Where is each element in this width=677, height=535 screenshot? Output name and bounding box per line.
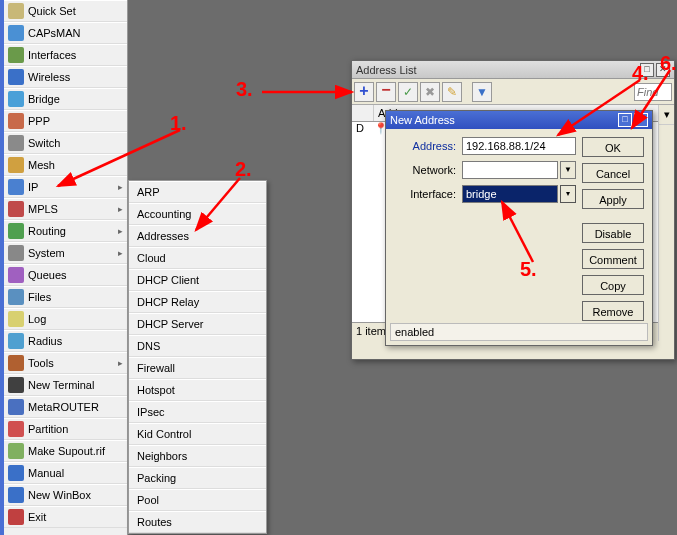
submenu-item-addresses[interactable]: Addresses xyxy=(129,225,266,247)
submenu-item-arp[interactable]: ARP xyxy=(129,181,266,203)
submenu-item-kid-control[interactable]: Kid Control xyxy=(129,423,266,445)
remove-button[interactable]: Remove xyxy=(582,301,644,321)
sidebar-item-manual[interactable]: Manual xyxy=(4,462,127,484)
submenu-arrow-icon: ▸ xyxy=(118,226,123,236)
minimize-icon[interactable]: □ xyxy=(640,63,654,77)
submenu-item-label: DHCP Relay xyxy=(137,296,199,308)
submenu-item-dhcp-client[interactable]: DHCP Client xyxy=(129,269,266,291)
sidebar-item-metarouter[interactable]: MetaROUTER xyxy=(4,396,127,418)
menu-icon xyxy=(8,421,24,437)
menu-icon xyxy=(8,179,24,195)
submenu-arrow-icon: ▸ xyxy=(118,358,123,368)
menu-icon xyxy=(8,91,24,107)
close-icon[interactable]: ✕ xyxy=(656,63,670,77)
submenu-item-label: DHCP Client xyxy=(137,274,199,286)
apply-button[interactable]: Apply xyxy=(582,189,644,209)
address-list-titlebar[interactable]: Address List □ ✕ xyxy=(352,61,674,79)
add-button[interactable]: + xyxy=(354,82,374,102)
submenu-item-ipsec[interactable]: IPsec xyxy=(129,401,266,423)
ip-submenu: ARPAccountingAddressesCloudDHCP ClientDH… xyxy=(128,180,267,534)
network-dropdown-icon[interactable]: ▼ xyxy=(560,161,576,179)
ok-button[interactable]: OK xyxy=(582,137,644,157)
find-input[interactable] xyxy=(634,83,672,101)
submenu-item-pool[interactable]: Pool xyxy=(129,489,266,511)
sidebar-item-exit[interactable]: Exit xyxy=(4,506,127,528)
minimize-icon[interactable]: □ xyxy=(618,113,632,127)
sidebar-item-new-terminal[interactable]: New Terminal xyxy=(4,374,127,396)
dropdown-arrow-icon[interactable]: ▾ xyxy=(659,105,674,125)
submenu-arrow-icon: ▸ xyxy=(118,204,123,214)
sidebar-item-files[interactable]: Files xyxy=(4,286,127,308)
remove-button[interactable]: − xyxy=(376,82,396,102)
sidebar-item-log[interactable]: Log xyxy=(4,308,127,330)
disable-button[interactable]: Disable xyxy=(582,223,644,243)
new-address-titlebar[interactable]: New Address □ ✕ xyxy=(386,111,652,129)
submenu-item-routes[interactable]: Routes xyxy=(129,511,266,533)
menu-icon xyxy=(8,289,24,305)
submenu-item-dns[interactable]: DNS xyxy=(129,335,266,357)
interface-dropdown-icon[interactable]: ▾ xyxy=(560,185,576,203)
submenu-item-label: DNS xyxy=(137,340,160,352)
sidebar-item-new-winbox[interactable]: New WinBox xyxy=(4,484,127,506)
sidebar-item-routing[interactable]: Routing▸ xyxy=(4,220,127,242)
menu-icon xyxy=(8,465,24,481)
sidebar-item-ppp[interactable]: PPP xyxy=(4,110,127,132)
menu-icon xyxy=(8,69,24,85)
enable-button[interactable]: ✓ xyxy=(398,82,418,102)
menu-icon xyxy=(8,201,24,217)
flag-col[interactable] xyxy=(352,105,374,121)
submenu-item-dhcp-relay[interactable]: DHCP Relay xyxy=(129,291,266,313)
sidebar-item-partition[interactable]: Partition xyxy=(4,418,127,440)
menu-icon xyxy=(8,509,24,525)
sidebar-item-radius[interactable]: Radius xyxy=(4,330,127,352)
sidebar-item-quick-set[interactable]: Quick Set xyxy=(4,0,127,22)
comment-button[interactable]: Comment xyxy=(582,249,644,269)
cancel-button[interactable]: Cancel xyxy=(582,163,644,183)
sidebar-item-queues[interactable]: Queues xyxy=(4,264,127,286)
sidebar-item-label: Wireless xyxy=(28,71,123,83)
main-sidebar: Quick SetCAPsMANInterfacesWirelessBridge… xyxy=(0,0,128,535)
comment-button[interactable]: ✎ xyxy=(442,82,462,102)
sidebar-item-make-supout-rif[interactable]: Make Supout.rif xyxy=(4,440,127,462)
menu-icon xyxy=(8,311,24,327)
interface-input[interactable]: bridge xyxy=(462,185,558,203)
disable-button[interactable]: ✖ xyxy=(420,82,440,102)
sidebar-item-switch[interactable]: Switch xyxy=(4,132,127,154)
address-input[interactable] xyxy=(462,137,576,155)
sidebar-item-capsman[interactable]: CAPsMAN xyxy=(4,22,127,44)
submenu-item-packing[interactable]: Packing xyxy=(129,467,266,489)
sidebar-item-mpls[interactable]: MPLS▸ xyxy=(4,198,127,220)
sidebar-item-label: IP xyxy=(28,181,118,193)
copy-button[interactable]: Copy xyxy=(582,275,644,295)
submenu-item-cloud[interactable]: Cloud xyxy=(129,247,266,269)
sidebar-item-label: MPLS xyxy=(28,203,118,215)
sidebar-item-label: Switch xyxy=(28,137,123,149)
new-address-form: Address: Network: ▼ Interface: bridge ▾ xyxy=(394,131,576,209)
submenu-item-dhcp-server[interactable]: DHCP Server xyxy=(129,313,266,335)
submenu-item-label: Packing xyxy=(137,472,176,484)
submenu-item-firewall[interactable]: Firewall xyxy=(129,357,266,379)
submenu-item-hotspot[interactable]: Hotspot xyxy=(129,379,266,401)
sidebar-item-interfaces[interactable]: Interfaces xyxy=(4,44,127,66)
sidebar-item-mesh[interactable]: Mesh xyxy=(4,154,127,176)
sidebar-item-system[interactable]: System▸ xyxy=(4,242,127,264)
submenu-item-neighbors[interactable]: Neighbors xyxy=(129,445,266,467)
sidebar-item-wireless[interactable]: Wireless xyxy=(4,66,127,88)
sidebar-item-label: Log xyxy=(28,313,123,325)
network-label: Network: xyxy=(394,164,456,176)
sidebar-item-bridge[interactable]: Bridge xyxy=(4,88,127,110)
network-input[interactable] xyxy=(462,161,558,179)
row-flag: D xyxy=(352,122,374,138)
submenu-item-label: Neighbors xyxy=(137,450,187,462)
submenu-item-label: Kid Control xyxy=(137,428,191,440)
sidebar-item-label: System xyxy=(28,247,118,259)
sidebar-item-label: Manual xyxy=(28,467,123,479)
submenu-item-accounting[interactable]: Accounting xyxy=(129,203,266,225)
submenu-item-label: ARP xyxy=(137,186,160,198)
sidebar-item-label: PPP xyxy=(28,115,123,127)
close-icon[interactable]: ✕ xyxy=(634,113,648,127)
sidebar-item-ip[interactable]: IP▸ xyxy=(4,176,127,198)
sidebar-item-tools[interactable]: Tools▸ xyxy=(4,352,127,374)
filter-button[interactable]: ▼ xyxy=(472,82,492,102)
menu-icon xyxy=(8,135,24,151)
